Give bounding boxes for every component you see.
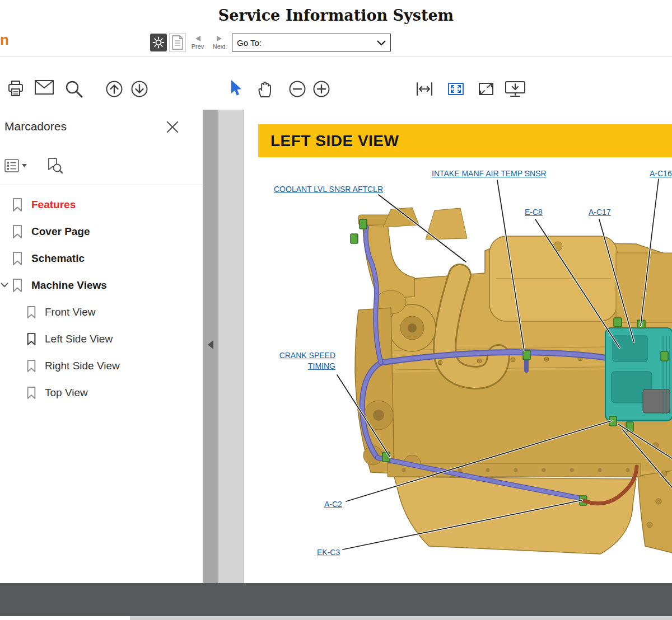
content-area: Marcadores bbox=[0, 110, 672, 583]
logo-fragment: n bbox=[0, 31, 9, 49]
next-label: Next bbox=[213, 43, 226, 50]
bookmark-features[interactable]: Features bbox=[0, 191, 203, 218]
page-banner: LEFT SIDE VIEW bbox=[258, 124, 672, 157]
bookmark-right-side-view[interactable]: Right Side View bbox=[0, 353, 203, 379]
prev-button[interactable]: Prev bbox=[188, 36, 207, 50]
bookmark-icon bbox=[11, 198, 24, 212]
bookmark-cover-page[interactable]: Cover Page bbox=[0, 218, 203, 245]
callout-a-c2[interactable]: A-C2 bbox=[324, 500, 342, 509]
bottom-strip-right bbox=[130, 616, 672, 620]
bookmark-front-view[interactable]: Front View bbox=[0, 299, 203, 326]
home-button[interactable] bbox=[150, 34, 167, 51]
search-icon bbox=[65, 80, 83, 98]
sidebar-collapse-strip[interactable] bbox=[203, 110, 219, 583]
fit-width-icon bbox=[416, 80, 433, 98]
prev-label: Prev bbox=[192, 43, 204, 50]
document-button[interactable] bbox=[169, 33, 186, 52]
pdf-viewer[interactable]: LEFT SIDE VIEW COOLANT LVL SNSR AFTCLR I… bbox=[218, 110, 672, 583]
bookmark-icon bbox=[11, 224, 24, 239]
find-bookmark-button[interactable] bbox=[46, 157, 63, 175]
app-title: Service Information System bbox=[0, 7, 672, 24]
bookmark-search-icon bbox=[46, 157, 63, 175]
close-panel-button[interactable] bbox=[165, 120, 180, 135]
expand-chevron-icon[interactable] bbox=[1, 283, 8, 288]
zoom-in-button[interactable] bbox=[312, 80, 330, 98]
bookmark-label: Cover Page bbox=[31, 226, 90, 238]
list-options-icon bbox=[4, 159, 20, 173]
bookmark-machine-views[interactable]: Machine Views bbox=[0, 272, 203, 299]
select-tool-button[interactable] bbox=[230, 80, 242, 97]
callout-a-c17[interactable]: A-C17 bbox=[589, 208, 611, 217]
search-button[interactable] bbox=[65, 80, 83, 98]
header-controls: Prev Next Go To: bbox=[150, 31, 391, 54]
callout-crank-line2: TIMING bbox=[268, 361, 335, 372]
app-window: Service Information System n bbox=[0, 0, 672, 620]
app-header: Service Information System n bbox=[0, 0, 672, 57]
bookmark-icon bbox=[11, 278, 24, 293]
zoom-out-button[interactable] bbox=[288, 80, 306, 98]
envelope-icon bbox=[35, 80, 54, 95]
bookmark-icon bbox=[26, 386, 37, 400]
print-icon bbox=[7, 80, 25, 97]
next-page-button[interactable] bbox=[130, 80, 148, 98]
fullscreen-button[interactable] bbox=[477, 80, 495, 98]
bookmarks-panel: Marcadores bbox=[0, 110, 203, 583]
hand-tool-button[interactable] bbox=[256, 80, 273, 99]
callout-a-c16[interactable]: A-C16 bbox=[650, 169, 672, 178]
print-button[interactable] bbox=[7, 80, 25, 97]
goto-label: Go To: bbox=[237, 38, 262, 48]
callout-e-c8[interactable]: E-C8 bbox=[525, 208, 543, 217]
document-icon bbox=[171, 35, 184, 50]
fit-page-icon bbox=[447, 80, 465, 98]
bookmark-label: Front View bbox=[45, 306, 95, 318]
bookmark-icon bbox=[26, 359, 37, 373]
callout-crank-line1: CRANK SPEED bbox=[268, 350, 335, 361]
presentation-icon bbox=[505, 80, 526, 98]
cursor-icon bbox=[230, 80, 242, 97]
bookmark-options-button[interactable] bbox=[4, 159, 27, 173]
prev-arrow-icon bbox=[195, 36, 200, 41]
hand-icon bbox=[256, 80, 273, 99]
fit-page-button[interactable] bbox=[447, 80, 465, 98]
chevron-down-icon bbox=[22, 164, 27, 167]
expand-icon bbox=[477, 80, 495, 98]
bookmark-label: Features bbox=[31, 199, 76, 211]
goto-select[interactable]: Go To: bbox=[232, 34, 391, 51]
bookmark-icon bbox=[26, 332, 37, 346]
callout-intake-manf-air-temp-snsr[interactable]: INTAKE MANF AIR TEMP SNSR bbox=[432, 169, 547, 178]
presentation-button[interactable] bbox=[505, 80, 526, 98]
bookmark-label: Right Side View bbox=[45, 360, 120, 372]
bottom-strip-left bbox=[0, 616, 130, 620]
bookmark-icon bbox=[11, 251, 24, 266]
bookmark-label: Schematic bbox=[31, 252, 85, 265]
callout-coolant-lvl-snsr-aftclr[interactable]: COOLANT LVL SNSR AFTCLR bbox=[274, 185, 383, 194]
arrow-up-circle-icon bbox=[105, 80, 123, 98]
bookmark-label: Top View bbox=[45, 387, 88, 399]
arrow-down-circle-icon bbox=[130, 80, 148, 98]
bookmark-icon bbox=[26, 306, 37, 319]
pdf-page: LEFT SIDE VIEW COOLANT LVL SNSR AFTCLR I… bbox=[244, 110, 672, 583]
bookmark-schematic[interactable]: Schematic bbox=[0, 245, 203, 272]
bookmark-label: Machine Views bbox=[31, 279, 107, 292]
bookmark-top-view[interactable]: Top View bbox=[0, 379, 203, 406]
engine-illustration bbox=[244, 110, 672, 583]
email-button[interactable] bbox=[35, 80, 54, 95]
gear-icon bbox=[151, 35, 166, 50]
collapse-arrow-icon bbox=[208, 340, 213, 349]
callout-crank-speed-timing[interactable]: CRANK SPEED TIMING bbox=[268, 350, 335, 372]
bookmark-tree: Features Cover Page Schematic Machine Vi… bbox=[0, 191, 203, 406]
fit-width-button[interactable] bbox=[416, 80, 433, 98]
next-button[interactable]: Next bbox=[209, 36, 228, 50]
bookmarks-toolbar bbox=[0, 151, 203, 180]
plus-circle-icon bbox=[312, 80, 330, 98]
page-banner-title: LEFT SIDE VIEW bbox=[258, 132, 399, 150]
callout-ek-c3[interactable]: EK-C3 bbox=[317, 548, 340, 557]
pdf-toolbar: / 8 55,9% bbox=[0, 57, 672, 110]
bookmark-left-side-view[interactable]: Left Side View bbox=[0, 326, 203, 353]
previous-page-button[interactable] bbox=[105, 80, 123, 98]
bookmarks-panel-title: Marcadores bbox=[4, 120, 67, 133]
bookmark-label: Left Side View bbox=[45, 333, 113, 345]
bottom-bar bbox=[0, 583, 672, 620]
divider bbox=[0, 185, 203, 185]
chevron-down-icon bbox=[377, 40, 386, 45]
